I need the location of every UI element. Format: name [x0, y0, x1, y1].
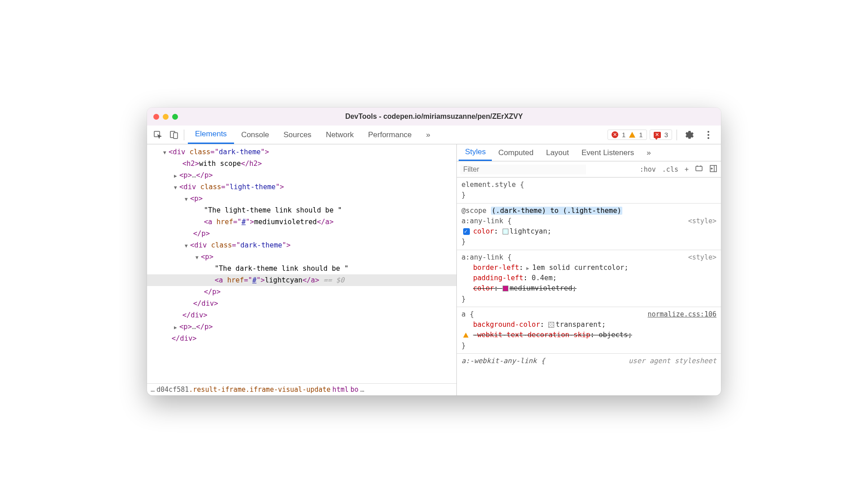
- svg-point-3: [707, 131, 709, 133]
- rule-selector: a {: [461, 309, 474, 320]
- error-icon: ✕: [612, 131, 618, 138]
- dom-node[interactable]: ▶<p>…</p>: [147, 169, 456, 181]
- titlebar: DevTools - codepen.io/miriamsuzanne/pen/…: [147, 108, 721, 126]
- color-swatch[interactable]: [503, 286, 508, 291]
- device-mode-icon[interactable]: [166, 127, 182, 143]
- svg-point-4: [707, 134, 709, 136]
- tab-layout[interactable]: Layout: [540, 144, 575, 161]
- warning-icon: [629, 132, 635, 138]
- tab-elements[interactable]: Elements: [188, 126, 234, 144]
- css-property[interactable]: border-left: ▶ 1em solid currentcolor;: [461, 263, 716, 273]
- rule-selector: a:any-link {: [461, 252, 512, 263]
- rule-source[interactable]: <style>: [688, 252, 716, 263]
- dom-node[interactable]: <a href="#">mediumvioletred</a>: [147, 216, 456, 228]
- rule-selector: element.style {: [461, 180, 716, 190]
- breadcrumb-ellipsis: …: [360, 386, 365, 394]
- rule-source[interactable]: <style>: [688, 216, 716, 226]
- dom-node-selected[interactable]: <a href="#">lightcyan</a> == $0: [147, 274, 456, 286]
- brace: }: [461, 190, 716, 200]
- checkbox-icon[interactable]: [463, 228, 470, 235]
- dom-text[interactable]: "The light-theme link should be ": [147, 204, 456, 216]
- svg-point-5: [707, 137, 709, 139]
- tab-more[interactable]: »: [419, 126, 437, 144]
- dom-node[interactable]: </div>: [147, 333, 456, 344]
- brace: }: [461, 294, 716, 304]
- styles-tabs: Styles Computed Layout Event Listeners »: [457, 144, 721, 161]
- rule-source[interactable]: normalize.css:106: [647, 309, 716, 320]
- main-tabs: Elements Console Sources Network Perform…: [188, 126, 438, 144]
- style-rule[interactable]: element.style { }: [457, 178, 721, 204]
- warning-icon: [463, 333, 469, 338]
- filter-input[interactable]: [460, 165, 586, 174]
- breadcrumb-item[interactable]: d04cf581.result-iframe.iframe-visual-upd…: [156, 386, 330, 394]
- dom-node[interactable]: ▼<div class="dark-theme">: [147, 239, 456, 251]
- rule-selector: @scope (.dark-theme) to (.light-theme): [461, 206, 622, 216]
- style-rule[interactable]: a:any-link { <style> border-left: ▶ 1em …: [457, 250, 721, 307]
- css-property[interactable]: padding-left: 0.4em;: [461, 273, 716, 283]
- rule-selector: a:any-link {: [461, 216, 512, 226]
- hov-toggle[interactable]: :hov: [640, 165, 656, 173]
- css-property[interactable]: background-color: transparent;: [461, 320, 716, 330]
- messages-badge[interactable]: ✕3: [650, 130, 672, 140]
- settings-icon[interactable]: [681, 127, 698, 143]
- new-rule-button[interactable]: +: [685, 165, 689, 173]
- tab-sources[interactable]: Sources: [276, 126, 318, 144]
- error-count: 1: [622, 131, 625, 139]
- style-rule[interactable]: @scope (.dark-theme) to (.light-theme) a…: [457, 204, 721, 250]
- dom-node[interactable]: </div>: [147, 309, 456, 321]
- messages-count: 3: [664, 131, 668, 139]
- tab-network[interactable]: Network: [319, 126, 361, 144]
- dom-node[interactable]: ▼<div class="light-theme">: [147, 181, 456, 193]
- warning-count: 1: [639, 131, 642, 139]
- tab-performance[interactable]: Performance: [361, 126, 419, 144]
- breadcrumb-item[interactable]: html: [332, 386, 348, 394]
- window-title: DevTools - codepen.io/miriamsuzanne/pen/…: [147, 113, 721, 121]
- error-warning-badge[interactable]: ✕1 1: [608, 130, 647, 140]
- divider: [677, 130, 677, 140]
- style-rule[interactable]: a { normalize.css:106 background-color: …: [457, 307, 721, 354]
- toolbar-right: ✕1 1 ✕3: [608, 127, 718, 143]
- dom-node[interactable]: ▼<div class="dark-theme">: [147, 146, 456, 158]
- dom-node[interactable]: </p>: [147, 286, 456, 298]
- elements-panel: ▼<div class="dark-theme"> <h2>with scope…: [147, 144, 457, 395]
- color-swatch[interactable]: [503, 229, 508, 234]
- styles-body: element.style { } @scope (.dark-theme) t…: [457, 178, 721, 395]
- breadcrumb[interactable]: … d04cf581.result-iframe.iframe-visual-u…: [147, 383, 456, 395]
- tab-console[interactable]: Console: [234, 126, 276, 144]
- filter-row: :hov .cls +: [457, 161, 721, 178]
- brace: }: [461, 341, 716, 351]
- style-rule[interactable]: a:-webkit-any-link { user agent styleshe…: [457, 354, 721, 369]
- devtools-window: DevTools - codepen.io/miriamsuzanne/pen/…: [147, 108, 721, 395]
- dom-tree[interactable]: ▼<div class="dark-theme"> <h2>with scope…: [147, 144, 456, 383]
- css-property[interactable]: color: lightcyan;: [461, 226, 716, 237]
- panels: ▼<div class="dark-theme"> <h2>with scope…: [147, 144, 721, 395]
- message-icon: ✕: [654, 132, 661, 138]
- computed-sidebar-icon[interactable]: [709, 165, 717, 174]
- dom-node[interactable]: </div>: [147, 298, 456, 309]
- svg-rect-6: [696, 166, 702, 171]
- css-property-invalid[interactable]: -webkit-text-decoration-skip: objects;: [461, 330, 716, 340]
- rule-source: user agent stylesheet: [629, 356, 716, 366]
- dom-node[interactable]: ▼<p>: [147, 193, 456, 204]
- brace: }: [461, 237, 716, 247]
- css-property-overridden[interactable]: color: mediumvioletred;: [461, 283, 716, 294]
- more-icon[interactable]: [700, 127, 716, 143]
- dom-node[interactable]: ▼<p>: [147, 251, 456, 263]
- tab-more[interactable]: »: [640, 144, 657, 161]
- dom-node[interactable]: <h2>with scope</h2>: [147, 158, 456, 169]
- dom-text[interactable]: "The dark-theme link should be ": [147, 263, 456, 274]
- rule-selector: a:-webkit-any-link {: [461, 356, 545, 366]
- tab-computed[interactable]: Computed: [492, 144, 539, 161]
- color-swatch[interactable]: [548, 322, 554, 328]
- cls-toggle[interactable]: .cls: [662, 165, 678, 173]
- svg-rect-2: [174, 133, 178, 139]
- divider: [184, 130, 184, 140]
- tab-event-listeners[interactable]: Event Listeners: [575, 144, 640, 161]
- dom-node[interactable]: </p>: [147, 228, 456, 239]
- inspect-icon[interactable]: [150, 127, 166, 143]
- rendering-icon[interactable]: [695, 165, 703, 174]
- tab-styles[interactable]: Styles: [459, 144, 492, 161]
- breadcrumb-item[interactable]: bo: [350, 386, 358, 394]
- dom-node[interactable]: ▶<p>…</p>: [147, 321, 456, 333]
- styles-panel: Styles Computed Layout Event Listeners »…: [457, 144, 721, 395]
